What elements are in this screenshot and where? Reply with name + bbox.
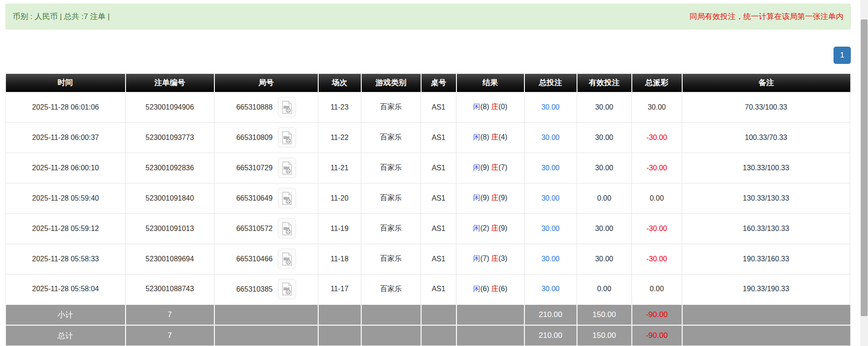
- cell-session: 11-21: [318, 153, 361, 183]
- total-empty-cell: [214, 325, 318, 346]
- total-empty-cell: [421, 325, 456, 346]
- round-number: 665310572: [236, 225, 272, 232]
- cell-game-type: 百家乐: [361, 183, 421, 213]
- video-replay-button[interactable]: [278, 158, 296, 178]
- video-replay-button[interactable]: [278, 279, 296, 299]
- cell-game-type: 百家乐: [361, 153, 421, 183]
- pagination: 1: [5, 47, 851, 65]
- cell-valid-bet: 0.00: [577, 183, 632, 213]
- cell-remark: 70.33/100.33: [682, 92, 850, 122]
- cell-payout: -30.00: [632, 213, 682, 244]
- header-game-type: 游戏类别: [361, 74, 421, 92]
- cell-remark: 160.33/130.33: [682, 213, 850, 244]
- page-1-button[interactable]: 1: [834, 47, 851, 64]
- currency-summary-text: 币别 : 人民币 | 总共 :7 注单 |: [13, 11, 110, 22]
- banker-score: (9): [499, 224, 508, 232]
- player-score: (8): [480, 133, 490, 141]
- header-result: 结果: [456, 74, 524, 92]
- cell-round-id: 665310809: [214, 122, 318, 153]
- page-scrollbar-track[interactable]: [860, 0, 868, 346]
- banker-score: (0): [499, 103, 508, 111]
- cell-total-bet[interactable]: 30.00: [524, 183, 577, 213]
- subtotal-total-bet: 210.00: [524, 304, 577, 325]
- header-remark: 备注: [682, 74, 850, 92]
- cell-remark: 130.33/100.33: [682, 153, 850, 183]
- subtotal-remark: [682, 304, 850, 325]
- header-time: 时间: [6, 74, 126, 92]
- total-empty-cell: [456, 325, 524, 346]
- cell-valid-bet: 30.00: [577, 153, 632, 183]
- cell-session: 11-20: [318, 183, 361, 213]
- cell-result: 闲(2) 庄(9): [456, 213, 524, 244]
- player-score: (7): [480, 255, 490, 262]
- video-replay-button[interactable]: [278, 188, 296, 208]
- player-label: 闲: [473, 133, 480, 141]
- subtotal-valid-bet: 150.00: [577, 304, 632, 325]
- total-empty-cell: [361, 325, 421, 346]
- cell-round-id: 665310649: [214, 183, 318, 213]
- cell-table-no: AS1: [421, 244, 456, 274]
- total-valid-bet: 150.00: [577, 325, 632, 346]
- video-file-icon: [281, 192, 293, 205]
- cell-bet-id: 523001091840: [126, 183, 214, 213]
- table-row: 2025-11-28 06:01:06 523001094906 6653108…: [6, 92, 850, 122]
- cell-time: 2025-11-28 06:01:06: [6, 92, 126, 122]
- video-file-icon: [281, 101, 293, 114]
- table-row: 2025-11-28 05:58:33 523001089694 6653104…: [6, 244, 850, 274]
- banker-score: (6): [499, 285, 508, 293]
- cell-payout: -30.00: [632, 153, 682, 183]
- cell-table-no: AS1: [421, 122, 456, 153]
- cell-game-type: 百家乐: [361, 92, 421, 122]
- table-row: 2025-11-28 06:00:10 523001092836 6653107…: [6, 153, 850, 183]
- subtotal-empty-cell: [318, 304, 361, 325]
- cell-result: 闲(9) 庄(9): [456, 183, 524, 213]
- cell-valid-bet: 30.00: [577, 213, 632, 244]
- header-payout: 总派彩: [632, 74, 682, 92]
- table-row: 2025-11-28 06:00:37 523001093773 6653108…: [6, 122, 850, 153]
- cell-table-no: AS1: [421, 213, 456, 244]
- table-footer: 小计 7 210.00 150.00 -90.00 总计 7: [6, 304, 850, 346]
- video-replay-button[interactable]: [278, 249, 296, 269]
- banker-label: 庄: [491, 285, 499, 293]
- cell-remark: 100.33/70.33: [682, 122, 850, 153]
- video-replay-button[interactable]: [278, 127, 296, 148]
- round-number: 665310385: [236, 285, 272, 293]
- cell-remark: 130.33/130.33: [682, 183, 850, 213]
- cell-payout: 30.00: [632, 92, 682, 122]
- cell-total-bet[interactable]: 30.00: [524, 153, 577, 183]
- cell-remark: 190.33/190.33: [682, 274, 850, 304]
- video-replay-button[interactable]: [278, 218, 296, 239]
- cell-table-no: AS1: [421, 92, 456, 122]
- cell-time: 2025-11-28 05:59:40: [6, 183, 126, 213]
- round-number: 665310729: [236, 164, 272, 172]
- cell-round-id: 665310466: [214, 244, 318, 274]
- video-replay-button[interactable]: [278, 97, 296, 117]
- cell-total-bet[interactable]: 30.00: [524, 122, 577, 153]
- cell-total-bet[interactable]: 30.00: [524, 92, 577, 122]
- cell-session: 11-19: [318, 213, 361, 244]
- video-file-icon: [281, 282, 293, 296]
- cell-valid-bet: 0.00: [577, 274, 632, 304]
- header-round-id: 局号: [214, 74, 318, 92]
- cell-total-bet[interactable]: 30.00: [524, 213, 577, 244]
- round-number: 665310649: [236, 194, 272, 202]
- page-scrollbar-thumb[interactable]: [861, 19, 868, 316]
- player-label: 闲: [473, 194, 480, 202]
- cell-time: 2025-11-28 06:00:10: [6, 153, 126, 183]
- total-remark: [682, 325, 850, 346]
- cell-total-bet[interactable]: 30.00: [524, 244, 577, 274]
- cell-valid-bet: 30.00: [577, 244, 632, 274]
- cell-total-bet[interactable]: 30.00: [524, 274, 577, 304]
- banker-score: (7): [499, 163, 508, 171]
- summary-bar: 币别 : 人民币 | 总共 :7 注单 | 同局有效投注，统一计算在该局第一张注…: [5, 4, 851, 29]
- total-label: 总计: [6, 325, 126, 346]
- main-content: 币别 : 人民币 | 总共 :7 注单 | 同局有效投注，统一计算在该局第一张注…: [5, 0, 851, 346]
- cell-game-type: 百家乐: [361, 274, 421, 304]
- round-number: 665310466: [236, 255, 272, 263]
- player-label: 闲: [473, 224, 480, 232]
- total-row: 总计 7 210.00 150.00 -90.00: [6, 325, 850, 346]
- table-header: 时间 注单编号 局号 场次 游戏类别 桌号 结果 总投注 有效投注 总派彩 备注: [6, 74, 850, 92]
- cell-bet-id: 523001088743: [126, 274, 214, 304]
- cell-result: 闲(6) 庄(6): [456, 274, 524, 304]
- cell-bet-id: 523001089694: [126, 244, 214, 274]
